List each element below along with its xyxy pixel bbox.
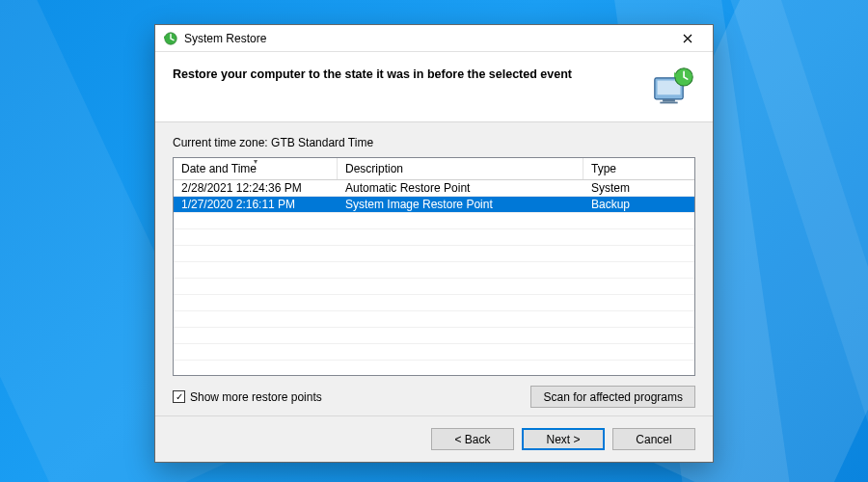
scan-affected-programs-button[interactable]: Scan for affected programs [530, 386, 695, 408]
table-row[interactable]: 1/27/2020 2:16:11 PMSystem Image Restore… [174, 197, 694, 213]
table-row-empty [174, 328, 694, 344]
table-row[interactable]: 2/28/2021 12:24:36 PMAutomatic Restore P… [174, 180, 694, 197]
window-title: System Restore [184, 32, 668, 45]
column-header-type[interactable]: Type [583, 158, 694, 179]
cancel-button[interactable]: Cancel [612, 428, 695, 450]
cell-datetime: 2/28/2021 12:24:36 PM [174, 180, 338, 196]
cell-description: System Image Restore Point [338, 197, 583, 212]
svg-rect-4 [660, 102, 677, 104]
show-more-checkbox[interactable]: ✓ Show more restore points [173, 390, 322, 404]
back-button[interactable]: < Back [431, 428, 514, 450]
table-row-empty [174, 262, 694, 279]
table-row-empty [174, 295, 694, 311]
table-row-empty [174, 344, 694, 361]
cell-type: System [583, 180, 694, 196]
header-heading: Restore your computer to the state it wa… [173, 66, 645, 81]
timezone-label: Current time zone: GTB Standard Time [173, 136, 695, 149]
close-icon [683, 32, 692, 45]
cell-type: Backup [583, 197, 694, 212]
checkbox-icon: ✓ [173, 390, 185, 403]
titlebar: System Restore [155, 25, 713, 52]
close-button[interactable] [668, 28, 707, 49]
table-row-empty [174, 246, 694, 262]
restore-points-table: Date and Time ▾ Description Type 2/28/20… [173, 157, 695, 376]
table-row-empty [174, 311, 694, 328]
table-row-empty [174, 213, 694, 229]
svg-rect-3 [663, 99, 675, 102]
system-restore-icon [163, 31, 178, 46]
table-row-empty [174, 279, 694, 295]
column-header-datetime[interactable]: Date and Time ▾ [174, 158, 338, 179]
table-header: Date and Time ▾ Description Type [174, 158, 694, 180]
cell-datetime: 1/27/2020 2:16:11 PM [174, 197, 338, 212]
system-restore-dialog: System Restore Restore your computer to … [154, 24, 714, 463]
column-header-label: Type [591, 162, 616, 175]
header-panel: Restore your computer to the state it wa… [155, 52, 713, 122]
sort-desc-icon: ▾ [254, 157, 258, 166]
lower-row: ✓ Show more restore points Scan for affe… [173, 376, 695, 408]
column-header-label: Description [345, 162, 403, 175]
body-panel: Current time zone: GTB Standard Time Dat… [155, 122, 713, 415]
cell-description: Automatic Restore Point [338, 180, 583, 196]
table-body: 2/28/2021 12:24:36 PMAutomatic Restore P… [174, 180, 694, 375]
column-header-description[interactable]: Description [338, 158, 583, 179]
restore-monitor-icon [653, 66, 695, 108]
next-button[interactable]: Next > [522, 428, 605, 450]
table-row-empty [174, 229, 694, 246]
footer: < Back Next > Cancel [155, 415, 713, 462]
column-header-label: Date and Time [181, 162, 257, 175]
show-more-label: Show more restore points [190, 390, 322, 404]
